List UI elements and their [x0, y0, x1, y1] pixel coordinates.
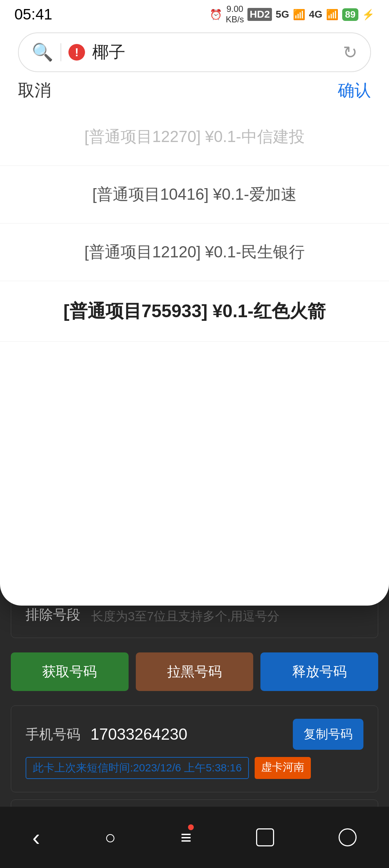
search-divider [61, 43, 61, 61]
list-item[interactable]: [普通项目755933] ¥0.1-红色火箭 [0, 281, 389, 342]
phone-label: 手机号码 [26, 725, 83, 744]
search-button[interactable]: ○ [104, 827, 116, 848]
menu-button-wrap[interactable]: ≡ [180, 827, 191, 848]
home-button[interactable] [339, 828, 357, 846]
list-container: [普通项目12270] ¥0.1-中信建投 [普通项目10416] ¥0.1-爱… [0, 108, 389, 342]
status-icons: ⏰ 9.00KB/s HD2 5G 📶 4G 📶 89 ⚡ [210, 4, 375, 25]
search-icon: 🔍 [32, 42, 53, 62]
virtual-card-tag: 虚卡河南 [255, 757, 311, 779]
system-nav: ‹ ○ ≡ [0, 807, 389, 868]
blacklist-button[interactable]: 拉黑号码 [136, 652, 254, 691]
dropdown-overlay: 🔍 ! 椰子 ↻ 取消 确认 [普通项目12270] ¥0.1-中信建投 [普通… [0, 0, 389, 606]
alarm-icon: ⏰ [210, 9, 222, 21]
alert-icon: ! [68, 44, 85, 61]
copy-number-button[interactable]: 复制号码 [293, 719, 363, 750]
exclude-label: 排除号段 [26, 606, 80, 624]
list-item-text: [普通项目12120] ¥0.1-民生银行 [84, 243, 304, 261]
action-row: 取消 确认 [0, 79, 389, 102]
menu-dot [188, 824, 194, 830]
button-row: 获取号码 拉黑号码 释放号码 [0, 645, 389, 698]
battery-level: 89 [342, 8, 358, 21]
hd2-icon: HD2 [247, 8, 272, 21]
cancel-button[interactable]: 取消 [18, 79, 51, 102]
signal-4g: 4G [309, 9, 322, 20]
get-code-button[interactable]: 获取号码 [11, 652, 129, 691]
list-item[interactable]: [普通项目10416] ¥0.1-爱加速 [0, 166, 389, 223]
charging-icon: ⚡ [362, 9, 375, 21]
list-item[interactable]: [普通项目12270] ¥0.1-中信建投 [0, 108, 389, 166]
signal-bars-2: 📶 [326, 9, 339, 21]
search-text-value: 椰子 [92, 41, 336, 63]
speed-text: 9.00KB/s [226, 4, 244, 25]
phone-card: 手机号码 17033264230 复制号码 此卡上次来短信时间:2023/12/… [11, 705, 378, 792]
tag-row: 此卡上次来短信时间:2023/12/6 上午5:38:16 虚卡河南 [26, 757, 363, 779]
list-item[interactable]: [普通项目12120] ¥0.1-民生银行 [0, 223, 389, 281]
phone-number: 17033264230 [90, 725, 286, 743]
confirm-button[interactable]: 确认 [338, 79, 371, 102]
release-button[interactable]: 释放号码 [260, 652, 378, 691]
back-button[interactable]: ‹ [32, 824, 40, 851]
list-item-text: [普通项目10416] ¥0.1-爱加速 [92, 185, 296, 203]
recent-apps-button[interactable] [256, 828, 274, 846]
refresh-icon[interactable]: ↻ [343, 42, 357, 62]
last-sms-tag: 此卡上次来短信时间:2023/12/6 上午5:38:16 [26, 757, 249, 779]
search-bar[interactable]: 🔍 ! 椰子 ↻ [18, 32, 371, 72]
status-time: 05:41 [14, 6, 52, 23]
list-item-text: [普通项目755933] ¥0.1-红色火箭 [63, 301, 326, 321]
signal-bars: 📶 [293, 9, 305, 21]
list-item-text: [普通项目12270] ¥0.1-中信建投 [84, 128, 304, 145]
status-bar: 05:41 ⏰ 9.00KB/s HD2 5G 📶 4G 📶 89 ⚡ [0, 0, 389, 29]
exclude-placeholder: 长度为3至7位且支持多个,用逗号分 [91, 608, 280, 625]
signal-5g: 5G [276, 9, 289, 20]
phone-row: 手机号码 17033264230 复制号码 [26, 719, 363, 750]
